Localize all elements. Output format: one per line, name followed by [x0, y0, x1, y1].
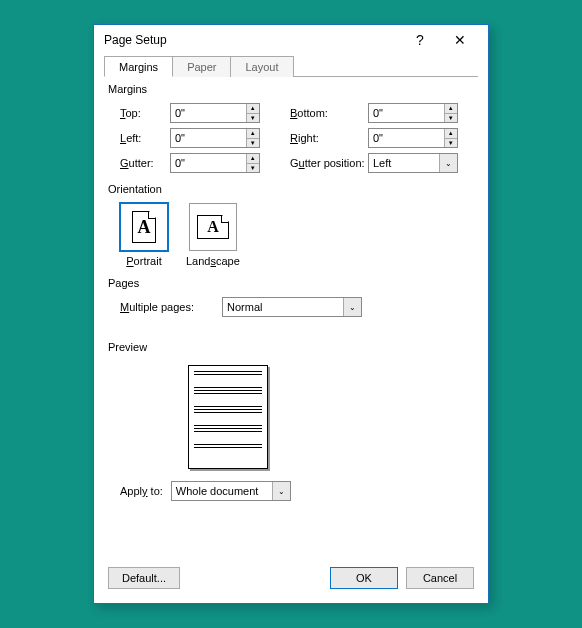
bottom-input[interactable] [369, 104, 444, 122]
close-button[interactable]: ✕ [440, 26, 480, 54]
footer: Default... OK Cancel [94, 559, 488, 603]
spin-down-icon[interactable]: ▼ [247, 139, 259, 148]
apply-to-row: Apply to: Whole document ⌄ [120, 481, 474, 501]
orientation-row: A Portrait A Landscape [120, 203, 474, 267]
tab-layout[interactable]: Layout [230, 56, 293, 77]
chevron-down-icon[interactable]: ⌄ [272, 482, 290, 500]
portrait-page-icon: A [132, 211, 156, 243]
cancel-button[interactable]: Cancel [406, 567, 474, 589]
gutter-label: Gutter: [120, 157, 170, 169]
dialog-title: Page Setup [104, 33, 400, 47]
page-setup-dialog: Page Setup ? ✕ Margins Paper Layout Marg… [93, 24, 489, 604]
chevron-down-icon[interactable]: ⌄ [343, 298, 361, 316]
bottom-spinner[interactable]: ▲▼ [444, 104, 457, 122]
preview-page-icon [188, 365, 268, 469]
pages-row: Multiple pages: Normal ⌄ [120, 297, 474, 317]
tab-content: Margins Top: ▲▼ Bottom: ▲▼ Left: ▲▼ Righ… [94, 77, 488, 559]
left-input[interactable] [171, 129, 246, 147]
spin-up-icon[interactable]: ▲ [247, 104, 259, 114]
multiple-pages-label: Multiple pages: [120, 301, 204, 313]
multiple-pages-combo[interactable]: Normal ⌄ [222, 297, 362, 317]
left-field[interactable]: ▲▼ [170, 128, 260, 148]
right-field[interactable]: ▲▼ [368, 128, 458, 148]
spin-up-icon[interactable]: ▲ [445, 104, 457, 114]
top-field[interactable]: ▲▼ [170, 103, 260, 123]
gutter-position-label: Gutter position: [290, 157, 368, 169]
right-label: Right: [290, 132, 368, 144]
landscape-label: Landscape [186, 255, 240, 267]
orientation-portrait[interactable]: A Portrait [120, 203, 168, 267]
top-label: Top: [120, 107, 170, 119]
margins-section-label: Margins [108, 83, 474, 95]
spin-up-icon[interactable]: ▲ [445, 129, 457, 139]
tabs: Margins Paper Layout [104, 55, 478, 77]
left-spinner[interactable]: ▲▼ [246, 129, 259, 147]
spin-down-icon[interactable]: ▼ [445, 114, 457, 123]
right-spinner[interactable]: ▲▼ [444, 129, 457, 147]
landscape-icon-box: A [189, 203, 237, 251]
portrait-icon-box: A [120, 203, 168, 251]
default-button[interactable]: Default... [108, 567, 180, 589]
chevron-down-icon[interactable]: ⌄ [439, 154, 457, 172]
spin-up-icon[interactable]: ▲ [247, 154, 259, 164]
apply-to-value: Whole document [172, 485, 272, 497]
portrait-label: Portrait [120, 255, 168, 267]
titlebar: Page Setup ? ✕ [94, 25, 488, 55]
orientation-landscape[interactable]: A Landscape [186, 203, 240, 267]
gutter-spinner[interactable]: ▲▼ [246, 154, 259, 172]
apply-to-label: Apply to: [120, 485, 163, 497]
tab-margins[interactable]: Margins [104, 56, 173, 77]
top-input[interactable] [171, 104, 246, 122]
left-label: Left: [120, 132, 170, 144]
multiple-pages-value: Normal [223, 301, 343, 313]
landscape-page-icon: A [197, 215, 229, 239]
spin-down-icon[interactable]: ▼ [247, 164, 259, 173]
spin-down-icon[interactable]: ▼ [247, 114, 259, 123]
bottom-label: Bottom: [290, 107, 368, 119]
gutter-position-value: Left [369, 157, 439, 169]
top-spinner[interactable]: ▲▼ [246, 104, 259, 122]
pages-section-label: Pages [108, 277, 474, 289]
tab-paper[interactable]: Paper [172, 56, 231, 77]
orientation-section-label: Orientation [108, 183, 474, 195]
right-input[interactable] [369, 129, 444, 147]
gutter-field[interactable]: ▲▼ [170, 153, 260, 173]
bottom-field[interactable]: ▲▼ [368, 103, 458, 123]
apply-to-combo[interactable]: Whole document ⌄ [171, 481, 291, 501]
gutter-input[interactable] [171, 154, 246, 172]
margins-grid: Top: ▲▼ Bottom: ▲▼ Left: ▲▼ Right: ▲▼ [120, 103, 474, 173]
spin-down-icon[interactable]: ▼ [445, 139, 457, 148]
gutter-position-combo[interactable]: Left ⌄ [368, 153, 458, 173]
spin-up-icon[interactable]: ▲ [247, 129, 259, 139]
preview-section-label: Preview [108, 341, 474, 353]
help-button[interactable]: ? [400, 26, 440, 54]
ok-button[interactable]: OK [330, 567, 398, 589]
